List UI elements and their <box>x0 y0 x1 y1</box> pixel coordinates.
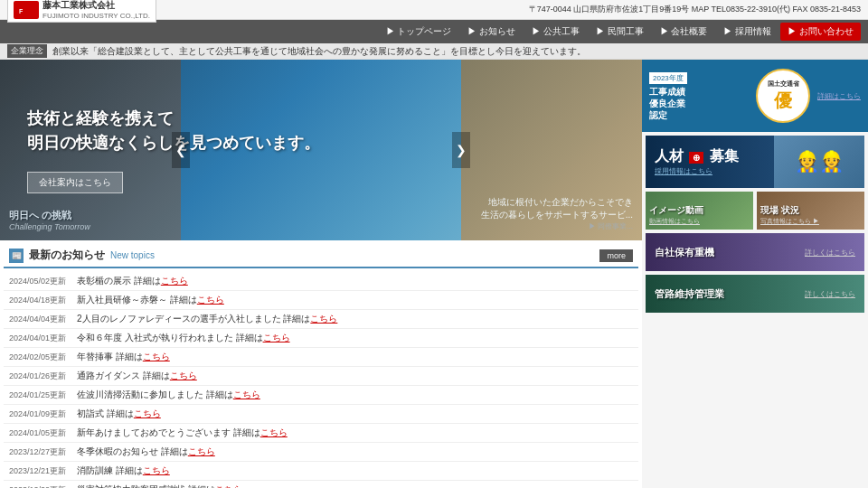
news-date: 2023/12/27更新 <box>9 446 77 458</box>
news-text: 年替挿事 詳細はこちら <box>77 351 633 363</box>
video-card-title: イメージ動画 <box>649 204 750 217</box>
machinery-card[interactable]: 自社保有重機 詳しくはこちら <box>646 233 864 271</box>
news-detail-link[interactable]: こちら <box>197 295 224 305</box>
news-detail-link[interactable]: こちら <box>134 408 161 418</box>
news-item: 2024/04/04更新 2人目のレノファレディースの選手が入社しました 詳細は… <box>4 310 638 329</box>
company-logo: F 藤本工業株式会社 FUJIMOTO INDUSTRY CO.,LTD. <box>7 0 156 23</box>
small-cards-row: イメージ動画 動画情報はこちら 現場 状況 写真情報はこちら ▶ <box>646 192 864 230</box>
hero-slider: 明日へ の挑戦 Challenging Tomorrow ❮ 技術と経験を携えて… <box>0 60 642 240</box>
sidebar: 2023年度 工事成績 優良企業 認定 国土交通省 優 詳細はこちら 👷 👷 <box>642 60 868 488</box>
news-detail-link[interactable]: こちら <box>188 446 215 456</box>
news-date: 2023/12/20更新 <box>9 484 77 488</box>
video-card-link[interactable]: 動画情報はこちら <box>649 217 750 226</box>
news-detail-link[interactable]: こちら <box>161 276 188 286</box>
news-text: 初詣式 詳細はこちら <box>77 408 633 420</box>
news-item: 2023/12/20更新 災害対策協力防客団感謝状 詳細はこちら <box>4 481 638 488</box>
news-item: 2023/12/21更新 消防訓練 詳細はこちら <box>4 462 638 481</box>
recruit-icon: ⊕ <box>689 152 703 164</box>
award-link[interactable]: 詳細はこちら <box>817 91 861 101</box>
news-text: 災害対策協力防客団感謝状 詳細はこちら <box>77 483 633 488</box>
news-text: 2人目のレノファレディースの選手が入社しました 詳細はこちら <box>77 313 633 325</box>
site-card-title: 現場 状況 <box>760 204 861 217</box>
video-card[interactable]: イメージ動画 動画情報はこちら <box>646 192 753 230</box>
award-year: 2023年度 <box>649 72 687 84</box>
news-text: 令和６年度 入社式が執り行われました 詳細はこちら <box>77 332 633 344</box>
company-name-en: FUJIMOTO INDUSTRY CO.,LTD. <box>42 12 150 20</box>
pipe-card[interactable]: 管路維持管理業 詳しくはこちら <box>646 275 864 313</box>
nav-contact[interactable]: ▶ お問い合わせ <box>780 23 861 41</box>
logo-area: F 藤本工業株式会社 FUJIMOTO INDUSTRY CO.,LTD. <box>7 0 156 23</box>
hero-right-link[interactable]: ▶ 同僚事業... <box>470 221 633 231</box>
site-card-link[interactable]: 写真情報はこちら ▶ <box>760 217 861 226</box>
news-detail-link[interactable]: こちら <box>143 352 170 361</box>
news-text: 佐波川清掃活動に参加しました 詳細はこちら <box>77 389 633 401</box>
nav-recruit[interactable]: ▶ 採用情報 <box>716 23 778 41</box>
nav-company[interactable]: ▶ 会社概要 <box>653 23 715 41</box>
award-grade: 優 <box>774 89 792 113</box>
announce-text: 創業以来「総合建設業として、主として公共工事を通じて地域社会への豊かな発展に努め… <box>52 45 586 58</box>
news-sublabel: New topics <box>110 250 155 260</box>
news-date: 2024/02/05更新 <box>9 352 77 363</box>
hero-company-btn[interactable]: 会社案内はこちら <box>27 172 123 193</box>
news-item: 2024/01/26更新 通路ガイダンス 詳細はこちら <box>4 367 638 386</box>
slider-prev-button[interactable]: ❮ <box>172 132 190 168</box>
company-name-jp: 藤本工業株式会社 <box>42 0 150 12</box>
nav-top[interactable]: ▶ トップページ <box>379 23 459 41</box>
news-date: 2024/01/25更新 <box>9 389 77 401</box>
news-item: 2024/05/02更新 表彰楯の展示 詳細はこちら <box>4 272 638 291</box>
award-link-area: 詳細はこちら <box>817 91 861 101</box>
news-text: 新年あけましておめでとうございます 詳細はこちら <box>77 427 633 439</box>
news-detail-link[interactable]: こちら <box>215 484 242 488</box>
news-detail-link[interactable]: こちら <box>263 333 290 343</box>
pipe-card-link[interactable]: 詳しくはこちら <box>805 289 855 299</box>
company-name-block: 藤本工業株式会社 FUJIMOTO INDUSTRY CO.,LTD. <box>42 0 150 20</box>
news-item: 2024/01/25更新 佐波川清掃活動に参加しました 詳細はこちら <box>4 386 638 405</box>
news-area: 📰 最新のお知らせ New topics more 2024/05/02更新 表… <box>0 240 642 488</box>
news-date: 2024/01/26更新 <box>9 371 77 382</box>
news-item: 2023/12/27更新 冬季休暇のお知らせ 詳細はこちら <box>4 443 638 462</box>
news-item: 2024/01/09更新 初詣式 詳細はこちら <box>4 405 638 424</box>
site-card[interactable]: 現場 状況 写真情報はこちら ▶ <box>757 192 864 230</box>
award-subtitle: 認定 <box>649 109 747 121</box>
machinery-card-link[interactable]: 詳しくはこちら <box>805 248 855 258</box>
nav-private-works[interactable]: ▶ 民間工事 <box>589 23 651 41</box>
news-detail-link[interactable]: こちら <box>170 371 197 380</box>
recruit-link[interactable]: 採用情報はこちら <box>655 166 739 176</box>
award-info: 2023年度 工事成績 優良企業 認定 <box>649 71 747 121</box>
news-item: 2024/04/01更新 令和６年度 入社式が執り行われました 詳細はこちら <box>4 329 638 348</box>
recruit-text: 人材 ⊕ 募集 採用情報はこちら <box>646 140 748 183</box>
nav-news[interactable]: ▶ お知らせ <box>460 23 523 41</box>
recruit-people-icon: 👷 👷 <box>774 136 864 188</box>
news-text: 通路ガイダンス 詳細はこちら <box>77 370 633 382</box>
news-date: 2024/04/18更新 <box>9 295 77 306</box>
news-text: 表彰楯の展示 詳細はこちら <box>77 275 633 287</box>
news-item: 2024/02/05更新 年替挿事 詳細はこちら <box>4 348 638 367</box>
hero-center-text: 技術と経験を携えて 明日の快適なくらしを見つめています。 <box>27 107 615 155</box>
slider-next-button[interactable]: ❯ <box>452 132 470 168</box>
machinery-card-title: 自社保有重機 <box>655 246 805 259</box>
news-date: 2024/01/09更新 <box>9 408 77 420</box>
award-title: 工事成績 優良企業 認定 <box>649 86 747 121</box>
hero-line2: 明日の快適なくらしを見つめています。 <box>27 131 615 155</box>
svg-text:F: F <box>19 8 24 14</box>
news-item: 2024/01/05更新 新年あけましておめでとうございます 詳細はこちら <box>4 424 638 443</box>
topbar: F 藤本工業株式会社 FUJIMOTO INDUSTRY CO.,LTD. 〒7… <box>0 0 868 20</box>
nav-public-works[interactable]: ▶ 公共工事 <box>524 23 587 41</box>
news-detail-link[interactable]: こちら <box>143 465 170 475</box>
hero-center: 技術と経験を携えて 明日の快適なくらしを見つめています。 会社案内はこちら <box>0 89 642 211</box>
award-org: 国土交通省 <box>768 80 799 89</box>
news-detail-link[interactable]: こちら <box>260 427 288 437</box>
main-content: 明日へ の挑戦 Challenging Tomorrow ❮ 技術と経験を携えて… <box>0 60 868 488</box>
announce-label: 企業理念 <box>7 44 47 58</box>
news-detail-link[interactable]: こちら <box>310 314 337 324</box>
news-text: 新入社員研修～赤磐～ 詳細はこちら <box>77 294 633 306</box>
award-banner[interactable]: 2023年度 工事成績 優良企業 認定 国土交通省 優 詳細はこちら <box>642 60 868 132</box>
news-detail-link[interactable]: こちら <box>233 389 260 399</box>
news-icon: 📰 <box>9 249 24 263</box>
medium-cards: 自社保有重機 詳しくはこちら 管路維持管理業 詳しくはこちら <box>646 233 864 313</box>
news-header: 📰 最新のお知らせ New topics more <box>4 244 638 268</box>
hero-left-subtext: Challenging Tomorrow <box>9 222 172 231</box>
news-more-button[interactable]: more <box>599 249 633 262</box>
news-date: 2024/04/04更新 <box>9 314 77 325</box>
recruit-card[interactable]: 👷 👷 人材 ⊕ 募集 採用情報はこちら <box>646 136 864 188</box>
